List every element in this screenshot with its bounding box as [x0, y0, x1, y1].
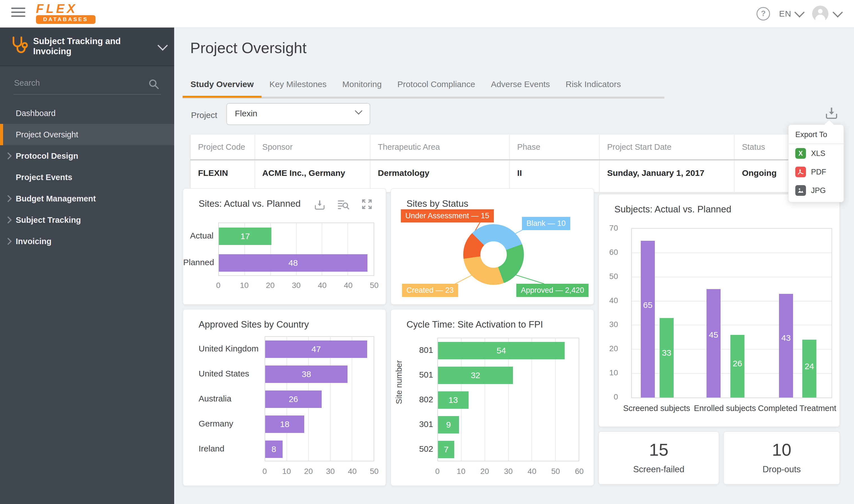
tab-monitoring[interactable]: Monitoring [334, 74, 389, 96]
bar-value-label: 7 [438, 441, 454, 458]
export-option-xls[interactable]: XXLS [788, 144, 843, 163]
chart-title: Approved Sites by Country [199, 319, 309, 330]
x-tick-label: 30 [292, 281, 301, 290]
y-tick-label: 70 [609, 223, 618, 233]
bar-value-label: 9 [438, 416, 459, 433]
bar-planned-1[interactable]: 45 [707, 289, 721, 397]
x-tick-label: 50 [370, 281, 378, 290]
bar-value-label: 18 [265, 415, 304, 433]
card-sites-actual-vs-planned: Sites: Actual vs. Planned ActualPlanned … [183, 188, 386, 305]
y-tick-label: 20 [609, 344, 618, 353]
table-header-row: Project CodeSponsorTherapeutic AreaPhase… [190, 134, 832, 160]
export-option-label: JPG [811, 186, 826, 195]
sidebar-item-project-oversight[interactable]: Project Oversight [0, 124, 174, 145]
bar-planned[interactable]: 48 [219, 254, 367, 272]
category-label: Germany [199, 415, 260, 432]
tab-key-milestones[interactable]: Key Milestones [261, 74, 334, 96]
sidebar-item-label: Project Events [16, 173, 72, 182]
plot-area: 54321397 [437, 338, 579, 461]
main-content: Project Oversight Study OverviewKey Mile… [174, 27, 854, 504]
bar-value-label: 13 [438, 391, 469, 409]
project-filter-label: Project [191, 110, 217, 120]
bar-value-label: 43 [779, 294, 793, 397]
export-options: XXLSPDFJPG [788, 144, 843, 200]
bar-actual-2[interactable]: 24 [802, 340, 816, 397]
search-input[interactable] [14, 74, 138, 88]
sidebar-item-project-events[interactable]: Project Events [0, 167, 174, 188]
bar-value-label: 32 [438, 366, 513, 384]
bar-actual-1[interactable]: 26 [730, 335, 744, 397]
bar-australia[interactable]: 26 [265, 391, 322, 408]
kpi-value: 15 [599, 440, 719, 460]
chevron-right-icon [4, 152, 12, 159]
category-label: Enrolled subjects [694, 404, 756, 413]
x-tick-label: 0 [216, 281, 220, 290]
category-label: 801 [408, 341, 433, 359]
language-selector[interactable]: EN [779, 9, 803, 19]
sidebar-item-label: Subject Tracking [16, 215, 81, 225]
bar-value-label: 33 [660, 318, 674, 397]
bar-united-kingdom[interactable]: 47 [265, 341, 367, 358]
tab-protocol-compliance[interactable]: Protocol Compliance [389, 74, 483, 96]
x-tick-label: 20 [266, 281, 274, 290]
category-label: Screened subjects [623, 404, 690, 413]
tab-risk-indicators[interactable]: Risk Indicators [558, 74, 629, 96]
sidebar-item-dashboard[interactable]: Dashboard [0, 103, 174, 124]
export-menu-title: Export To [788, 125, 843, 144]
sidebar-item-budget-management[interactable]: Budget Management [0, 188, 174, 209]
x-axis-ticks: 0102030405060 [437, 467, 579, 476]
bar-germany[interactable]: 18 [265, 415, 304, 433]
bar-501[interactable]: 32 [438, 366, 513, 384]
card-sites-by-status: Sites by Status Blank — 10Approved — 2,4… [390, 188, 594, 305]
y-axis-ticks: 010203040506070 [599, 228, 626, 398]
hamburger-menu-icon[interactable] [11, 7, 25, 19]
bar-301[interactable]: 9 [438, 416, 459, 433]
sidebar-item-label: Protocol Design [16, 151, 78, 161]
sidebar-item-subject-tracking[interactable]: Subject Tracking [0, 209, 174, 231]
user-menu[interactable] [812, 6, 841, 22]
export-option-jpg[interactable]: JPG [788, 181, 843, 200]
donut-label-under-assessment: Under Assessment — 15 [401, 209, 494, 222]
tab-adverse-events[interactable]: Adverse Events [483, 74, 558, 96]
donut-label-created: Created — 23 [402, 284, 458, 297]
bar-802[interactable]: 13 [438, 391, 469, 409]
sidebar-item-protocol-design[interactable]: Protocol Design [0, 145, 174, 167]
x-tick-label: 30 [326, 467, 334, 476]
language-label: EN [779, 9, 792, 19]
sidebar-item-invoicing[interactable]: Invoicing [0, 231, 174, 252]
export-option-pdf[interactable]: PDF [788, 163, 843, 181]
connector-line [515, 275, 544, 284]
tab-study-overview[interactable]: Study Overview [183, 74, 261, 96]
table-row: FLEXINACME Inc., GermanyDermatologyIISun… [190, 160, 832, 193]
list-search-icon[interactable] [338, 199, 349, 210]
x-tick-label: 20 [304, 467, 313, 476]
bar-united-states[interactable]: 38 [265, 365, 347, 383]
bar-502[interactable]: 7 [438, 441, 454, 458]
download-icon[interactable] [314, 199, 325, 210]
x-tick-label: 0 [435, 467, 440, 476]
bar-801[interactable]: 54 [438, 342, 565, 359]
pdf-icon [795, 167, 806, 177]
bar-actual-0[interactable]: 33 [660, 318, 674, 397]
x-tick-label: 50 [370, 467, 378, 476]
bar-actual[interactable]: 17 [219, 228, 271, 245]
chart-title: Sites: Actual vs. Planned [199, 198, 301, 209]
chevron-right-icon [4, 195, 12, 202]
bar-planned-0[interactable]: 65 [641, 241, 655, 397]
sidebar-nav: DashboardProject OversightProtocol Desig… [0, 103, 174, 252]
table-header-cell: Therapeutic Area [370, 134, 509, 159]
sidebar-module-header[interactable]: Subject Tracking and Invoicing [0, 27, 174, 66]
bar-planned-2[interactable]: 43 [779, 294, 793, 397]
project-select[interactable]: Flexin [226, 103, 370, 125]
help-icon[interactable]: ? [757, 7, 770, 20]
bar-value-label: 65 [641, 241, 655, 397]
y-tick-label: 0 [614, 393, 618, 401]
expand-icon[interactable] [362, 199, 372, 210]
x-tick-label: 40 [318, 281, 326, 290]
logo-text: FLEX [36, 2, 98, 15]
app-root: FLEX DATABASES ? EN Subject Tracking and… [0, 0, 854, 504]
bar-value-label: 54 [438, 342, 565, 359]
donut-hole [480, 241, 507, 268]
bar-ireland[interactable]: 8 [265, 440, 283, 458]
export-button[interactable] [825, 107, 838, 121]
